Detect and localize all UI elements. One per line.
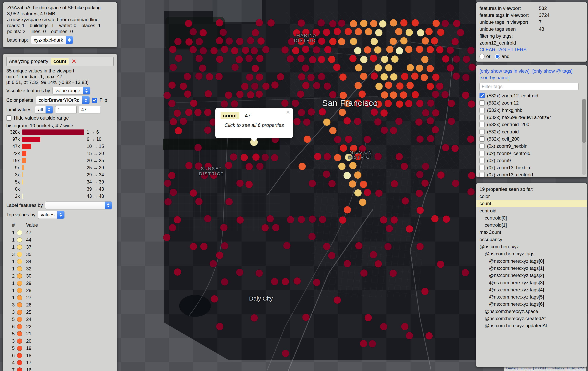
map-dot[interactable] (164, 92, 171, 99)
map-dot[interactable] (313, 82, 320, 89)
map-dot[interactable] (314, 153, 321, 160)
map-dot[interactable] (350, 145, 357, 152)
map-dot[interactable] (185, 20, 192, 27)
map-dot[interactable] (262, 83, 270, 90)
palette-select[interactable]: colorBrewerYlOrRd (36, 96, 90, 104)
map-dot[interactable] (452, 38, 459, 45)
top-value-row[interactable]: 618 (6, 352, 114, 359)
map-dot[interactable] (304, 135, 311, 143)
map-dot[interactable] (375, 64, 382, 72)
map-dot[interactable] (297, 55, 305, 62)
property-row[interactable]: @ns:com:here:xyz.tags[6] (476, 300, 587, 308)
map-dot[interactable] (345, 136, 352, 143)
property-row[interactable]: @ns:com:here:xyz.tags[0] (476, 258, 587, 265)
map-dot[interactable] (185, 38, 193, 45)
top-value-row[interactable]: 326 (6, 301, 114, 309)
map-dot[interactable] (389, 270, 397, 277)
map-dot[interactable] (448, 117, 455, 125)
map-dot[interactable] (345, 28, 352, 35)
map-dot[interactable] (468, 172, 475, 179)
map-dot[interactable] (406, 332, 413, 339)
hide-outside-checkbox[interactable] (6, 116, 11, 121)
map-dot[interactable] (360, 340, 367, 347)
map-dot[interactable] (370, 20, 377, 27)
map-dot[interactable] (282, 278, 289, 285)
map-dot[interactable] (371, 38, 378, 45)
tag-row[interactable]: (0x) zoom9 (480, 157, 584, 164)
map-dot[interactable] (262, 224, 269, 232)
map-dot[interactable] (442, 144, 449, 151)
property-row[interactable]: centroid[0] (476, 214, 587, 222)
tag-checkbox[interactable] (480, 151, 485, 156)
map-dot[interactable] (338, 163, 346, 170)
map-dot[interactable] (364, 100, 371, 107)
map-dot[interactable] (390, 38, 397, 45)
limit-mode-select[interactable]: all (35, 106, 53, 114)
map-dot[interactable] (221, 242, 228, 249)
map-dot[interactable] (220, 29, 227, 36)
map-dot[interactable] (390, 127, 397, 134)
map-dot[interactable] (241, 83, 249, 90)
property-row[interactable]: maxCount (476, 229, 587, 236)
map-dot[interactable] (350, 20, 357, 27)
map-dot[interactable] (457, 29, 464, 36)
map-dot[interactable] (386, 46, 393, 53)
map-dot[interactable] (379, 20, 387, 28)
property-row[interactable]: @ns:com:here:xyz.createdAt (476, 315, 587, 322)
property-row[interactable]: @ns:com:here:xyz.tags[1] (476, 265, 587, 272)
map-dot[interactable] (163, 234, 170, 241)
map-dot[interactable] (468, 64, 476, 71)
map-dot[interactable] (189, 46, 197, 53)
map-dot[interactable] (416, 135, 424, 143)
map-dot[interactable] (302, 46, 309, 53)
map-dot[interactable] (380, 73, 388, 81)
map-dot[interactable] (412, 91, 419, 98)
map-dot[interactable] (216, 56, 223, 63)
property-row[interactable]: @ns:com:here:xyz.space (476, 308, 587, 315)
map-dot[interactable] (380, 216, 387, 223)
map-dot[interactable] (370, 251, 377, 258)
map-dot[interactable] (354, 171, 361, 179)
map-dot[interactable] (262, 46, 269, 53)
property-row[interactable]: @ns:com:here:xyz.tags[3] (476, 279, 587, 286)
map-dot[interactable] (425, 332, 433, 339)
map-dot[interactable] (381, 56, 388, 63)
tag-row[interactable]: (532x) centroid (480, 128, 584, 135)
map-dot[interactable] (204, 109, 211, 116)
map-dot[interactable] (443, 215, 450, 223)
map-dot[interactable] (334, 28, 341, 35)
map-dot[interactable] (329, 38, 336, 45)
map-dot[interactable] (354, 189, 362, 197)
map-dot[interactable] (309, 56, 316, 63)
map-dot[interactable] (272, 224, 280, 231)
map-dot[interactable] (323, 29, 330, 36)
map-dot[interactable] (381, 91, 388, 99)
map-dot[interactable] (298, 109, 305, 116)
map-dot[interactable] (292, 47, 299, 54)
map-dot[interactable] (313, 29, 320, 36)
tags-scrollbar-thumb[interactable] (582, 99, 586, 143)
map-dot[interactable] (168, 172, 175, 179)
map-dot[interactable] (396, 153, 403, 160)
map-dot[interactable] (462, 92, 469, 99)
top-value-row[interactable]: 129 (6, 280, 114, 287)
map-dot[interactable] (225, 91, 232, 99)
map-dot[interactable] (417, 29, 424, 36)
map-dot[interactable] (381, 127, 388, 134)
map-dot[interactable] (206, 73, 213, 80)
popup-close-icon[interactable]: × (286, 109, 290, 116)
map-dot[interactable] (271, 278, 278, 285)
map-dot[interactable] (256, 19, 263, 27)
tag-checkbox[interactable] (480, 144, 485, 149)
map-dot[interactable] (252, 153, 260, 161)
map-dot[interactable] (283, 242, 290, 249)
map-dot[interactable] (401, 73, 409, 80)
map-dot[interactable] (391, 55, 399, 63)
tag-checkbox[interactable] (480, 122, 485, 127)
map-dot[interactable] (168, 82, 176, 89)
map-dot[interactable] (257, 37, 265, 45)
map-dot[interactable] (174, 109, 181, 117)
map-dot[interactable] (421, 56, 429, 63)
map-dot[interactable] (365, 28, 372, 35)
map-dot[interactable] (216, 252, 223, 259)
